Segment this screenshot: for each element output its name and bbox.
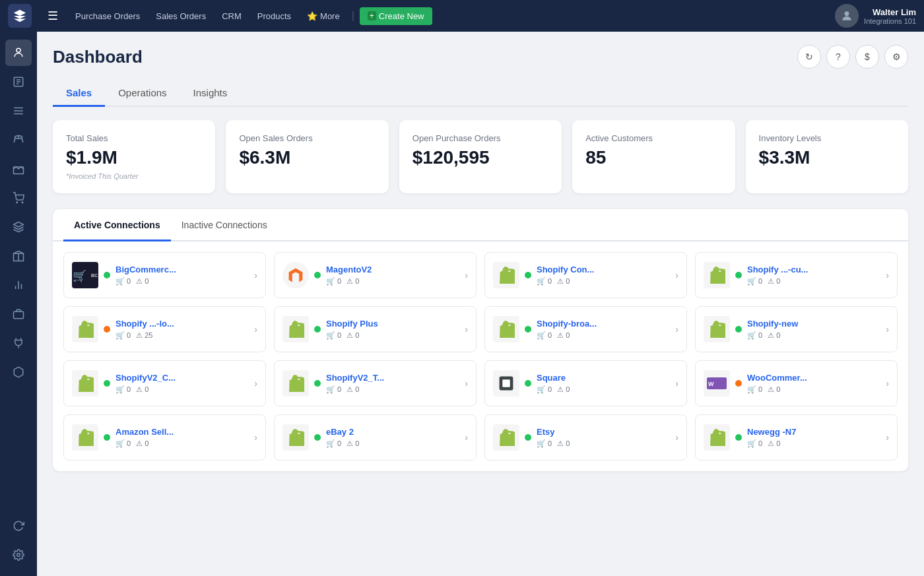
tab-operations[interactable]: Operations: [105, 80, 180, 107]
warning-count: ⚠ 0: [136, 277, 148, 286]
stat-open-po: Open Purchase Orders $120,595: [399, 120, 562, 193]
connection-card[interactable]: Shopify-new 🛒 0 ⚠ 0 ›: [695, 306, 898, 352]
connection-stats: 🛒 0 ⚠ 0: [537, 439, 670, 448]
connection-name: Shopify ...-lo...: [116, 319, 249, 329]
sidebar-icon-cart[interactable]: [5, 185, 32, 211]
status-dot: [735, 380, 742, 387]
sidebar-icon-plug[interactable]: [5, 330, 32, 356]
warning-count: ⚠ 0: [768, 385, 780, 394]
status-dot: [314, 380, 321, 387]
sidebar-icon-warehouse[interactable]: [5, 243, 32, 269]
stat-active-customers-label: Active Customers: [585, 133, 721, 143]
stat-open-po-value: $120,595: [412, 148, 548, 167]
svg-rect-24: [502, 379, 510, 387]
connection-card[interactable]: W WooCommer... 🛒 0 ⚠ 0 ›: [695, 360, 898, 406]
sidebar-icon-briefcase[interactable]: [5, 301, 32, 327]
nav-crm[interactable]: CRM: [215, 7, 248, 25]
connection-stats: 🛒 0 ⚠ 0: [747, 385, 880, 394]
svg-point-12: [22, 202, 23, 203]
help-button[interactable]: ?: [826, 45, 850, 69]
conn-tab-inactive[interactable]: Inactive Connections: [171, 210, 278, 241]
hamburger-menu[interactable]: ☰: [42, 5, 63, 26]
sidebar-icon-refresh[interactable]: [5, 513, 32, 539]
sidebar-icon-list[interactable]: [5, 98, 32, 124]
connection-card[interactable]: Shopify ...-lo... 🛒 0 ⚠ 25 ›: [63, 306, 266, 352]
connection-card[interactable]: 🛒 BC BigCommerc... 🛒 0 ⚠ 0 ›: [63, 252, 266, 298]
main-content: Dashboard ↻ ? $ ⚙ Sales Operations Insig…: [37, 32, 924, 576]
connection-card[interactable]: ShopifyV2_C... 🛒 0 ⚠ 0 ›: [63, 360, 266, 406]
connection-card[interactable]: Newegg -N7 🛒 0 ⚠ 0 ›: [695, 414, 898, 461]
order-count: 🛒 0: [747, 439, 762, 448]
warning-count: ⚠ 0: [346, 385, 359, 394]
stat-open-sales-label: Open Sales Orders: [239, 133, 375, 143]
warning-count: ⚠ 0: [136, 439, 148, 448]
connection-info: eBay 2 🛒 0 ⚠ 0: [326, 427, 459, 448]
order-count: 🛒 0: [326, 385, 341, 394]
connection-logo: [493, 424, 519, 451]
sidebar-icon-layers[interactable]: [5, 214, 32, 240]
connection-logo: W: [704, 370, 730, 397]
connection-name: BigCommerc...: [116, 265, 249, 274]
sidebar-icon-box[interactable]: [5, 359, 32, 385]
app-logo[interactable]: [8, 4, 32, 28]
status-dot: [525, 380, 531, 387]
stat-total-sales: Total Sales $1.9M *Invoiced This Quarter: [53, 120, 215, 193]
connection-card[interactable]: MagentoV2 🛒 0 ⚠ 0 ›: [274, 252, 477, 298]
connection-logo: [493, 262, 519, 288]
connection-info: Square 🛒 0 ⚠ 0: [537, 373, 670, 394]
status-dot: [314, 434, 321, 441]
tab-sales[interactable]: Sales: [53, 80, 105, 107]
sidebar-icon-ship[interactable]: [5, 127, 32, 153]
nav-right: Walter Lim Integrations 101: [835, 4, 916, 28]
connection-logo: 🛒 BC: [72, 262, 98, 288]
connection-stats: 🛒 0 ⚠ 0: [747, 439, 880, 448]
warning-count: ⚠ 0: [557, 385, 570, 394]
connection-card[interactable]: Shopify Plus 🛒 0 ⚠ 0 ›: [274, 306, 477, 352]
warning-count: ⚠ 0: [557, 331, 570, 340]
connection-logo: [704, 262, 730, 288]
connection-name: Shopify Con...: [537, 265, 670, 274]
connection-card[interactable]: Square 🛒 0 ⚠ 0 ›: [484, 360, 687, 406]
sidebar-icon-chart[interactable]: [5, 272, 32, 298]
sidebar-icon-settings[interactable]: [5, 542, 32, 568]
create-new-button[interactable]: + Create New: [360, 7, 432, 25]
connection-info: MagentoV2 🛒 0 ⚠ 0: [326, 265, 459, 286]
connection-card[interactable]: Amazon Sell... 🛒 0 ⚠ 0 ›: [63, 414, 266, 461]
conn-tab-active[interactable]: Active Connections: [63, 210, 171, 241]
billing-button[interactable]: $: [855, 45, 879, 69]
tab-insights[interactable]: Insights: [180, 80, 241, 107]
chevron-right-icon: ›: [465, 378, 468, 389]
connection-stats: 🛒 0 ⚠ 25: [116, 331, 249, 340]
connection-info: BigCommerc... 🛒 0 ⚠ 0: [116, 265, 249, 286]
sidebar-icon-orders[interactable]: [5, 69, 32, 95]
connection-logo: [72, 316, 98, 342]
connection-stats: 🛒 0 ⚠ 0: [326, 385, 459, 394]
stat-active-customers-value: 85: [585, 148, 721, 167]
sidebar-icon-users[interactable]: [5, 40, 32, 66]
user-avatar[interactable]: [835, 4, 859, 28]
connection-card[interactable]: ShopifyV2_T... 🛒 0 ⚠ 0 ›: [274, 360, 477, 406]
nav-products[interactable]: Products: [251, 7, 298, 25]
refresh-button[interactable]: ↻: [797, 45, 821, 69]
warning-count: ⚠ 0: [557, 439, 570, 448]
nav-more[interactable]: ⭐ More: [300, 7, 346, 25]
nav-sales-orders[interactable]: Sales Orders: [149, 7, 213, 25]
nav-purchase-orders[interactable]: Purchase Orders: [69, 7, 147, 25]
status-dot: [525, 272, 531, 278]
warning-count: ⚠ 0: [346, 331, 359, 340]
svg-text:🛒: 🛒: [73, 269, 86, 283]
settings-button[interactable]: ⚙: [884, 45, 908, 69]
connection-card[interactable]: Shopify-broa... 🛒 0 ⚠ 0 ›: [484, 306, 687, 352]
warning-count: ⚠ 0: [136, 385, 148, 394]
sidebar-icon-factory[interactable]: [5, 156, 32, 182]
order-count: 🛒 0: [747, 331, 762, 340]
order-count: 🛒 0: [116, 439, 131, 448]
order-count: 🛒 0: [747, 385, 762, 394]
connection-card[interactable]: Shopify Con... 🛒 0 ⚠ 0 ›: [484, 252, 687, 298]
connection-card[interactable]: eBay 2 🛒 0 ⚠ 0 ›: [274, 414, 477, 461]
connection-info: ShopifyV2_T... 🛒 0 ⚠ 0: [326, 373, 459, 394]
connection-name: ShopifyV2_C...: [116, 373, 249, 383]
connection-card[interactable]: Etsy 🛒 0 ⚠ 0 ›: [484, 414, 687, 461]
connection-card[interactable]: Shopify ...-cu... 🛒 0 ⚠ 0 ›: [695, 252, 898, 298]
warning-count: ⚠ 25: [136, 331, 152, 340]
